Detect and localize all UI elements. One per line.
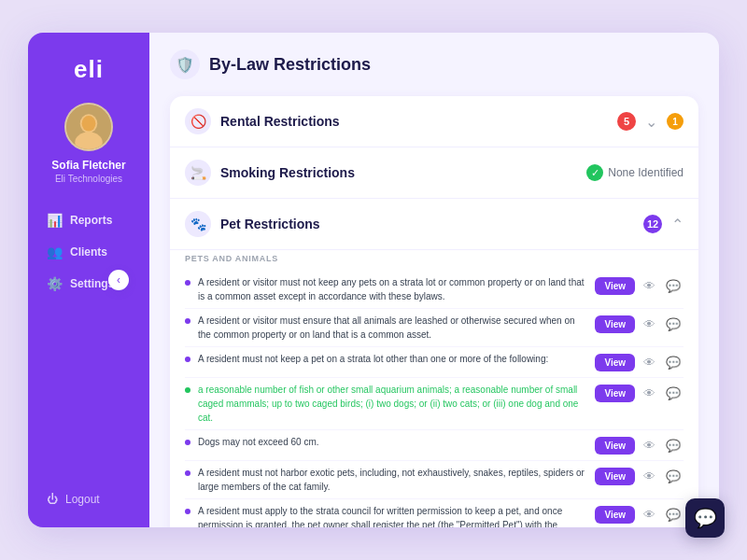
rental-restrictions-title: Rental Restrictions	[220, 114, 608, 129]
rental-icon: 🚫	[185, 108, 211, 134]
comment-icon-2[interactable]: 💬	[663, 352, 684, 372]
view-button-3[interactable]: View	[595, 385, 635, 402]
pet-rule-row: A resident or visitor must not keep any …	[185, 271, 684, 309]
bullet-icon	[185, 318, 190, 324]
comment-icon-3[interactable]: 💬	[663, 383, 684, 403]
bullet-icon	[185, 470, 190, 476]
sidebar: eli Sofia Fletcher Eli Technologies 📊 Re…	[28, 33, 149, 527]
pet-rule-actions: View 👁 💬	[595, 352, 684, 372]
pet-chevron-up-icon: ⌃	[671, 216, 684, 233]
pet-rule-actions: View 👁 💬	[595, 435, 684, 455]
clients-icon: 👥	[47, 245, 63, 259]
pet-rule-actions: View 👁 💬	[595, 314, 684, 334]
view-button-4[interactable]: View	[595, 437, 635, 455]
pet-sub-header: PETS AND ANIMALS	[185, 250, 684, 263]
pet-rule-text: A resident or visitor must ensure that a…	[198, 314, 587, 342]
eye-icon-3[interactable]: 👁	[639, 383, 659, 403]
pet-rule-text: A resident must apply to the strata coun…	[198, 504, 587, 527]
logout-icon: ⏻	[47, 493, 58, 506]
view-button-1[interactable]: View	[595, 315, 635, 333]
pet-icon: 🐾	[185, 211, 211, 237]
pet-rule-actions: View 👁 💬	[595, 383, 684, 403]
svg-point-3	[82, 116, 96, 132]
pet-rule-row: A resident or visitor must ensure that a…	[185, 309, 684, 347]
pet-rule-text: A resident or visitor must not keep any …	[198, 275, 587, 303]
pet-badge: 12	[643, 215, 662, 233]
none-identified-status: ✓ None Identified	[586, 164, 684, 181]
pet-rule-text: A resident must not keep a pet on a stra…	[198, 352, 587, 366]
comment-icon-5[interactable]: 💬	[663, 466, 684, 486]
eye-icon-1[interactable]: 👁	[639, 314, 659, 334]
smoking-restrictions-row[interactable]: 🚬 Smoking Restrictions ✓ None Identified	[170, 147, 698, 199]
sidebar-nav: 📊 Reports 👥 Clients ⚙️ Settings	[28, 206, 149, 486]
sidebar-item-reports-label: Reports	[70, 214, 112, 227]
comment-icon-1[interactable]: 💬	[663, 314, 684, 334]
sidebar-item-reports[interactable]: 📊 Reports	[37, 206, 140, 234]
view-button-0[interactable]: View	[595, 277, 635, 295]
rental-restrictions-row[interactable]: 🚫 Rental Restrictions 5 ⌄ 1	[170, 96, 698, 147]
outer-background: eli Sofia Fletcher Eli Technologies 📊 Re…	[0, 0, 747, 560]
eye-icon-0[interactable]: 👁	[639, 275, 659, 296]
rental-notification-badge: 1	[667, 113, 684, 130]
pet-rule-text: A resident must not harbor exotic pets, …	[198, 466, 587, 494]
main-content: 🛡️ By-Law Restrictions 🚫 Rental Restrict…	[149, 33, 719, 527]
pet-rule-row: a reasonable number of fish or other sma…	[185, 378, 684, 430]
eye-icon-5[interactable]: 👁	[639, 466, 659, 486]
pet-expanded-content: PETS AND ANIMALS A resident or visitor m…	[170, 250, 698, 527]
view-button-2[interactable]: View	[595, 354, 635, 371]
sidebar-item-clients[interactable]: 👥 Clients	[37, 238, 140, 266]
settings-icon: ⚙️	[47, 276, 63, 291]
section-card: 🚫 Rental Restrictions 5 ⌄ 1 🚬 Smoking Re…	[170, 96, 698, 527]
bullet-icon	[185, 280, 190, 286]
app-container: eli Sofia Fletcher Eli Technologies 📊 Re…	[28, 33, 719, 527]
bullet-icon	[185, 357, 190, 362]
comment-icon-0[interactable]: 💬	[663, 275, 684, 296]
check-circle-icon: ✓	[586, 164, 603, 181]
chat-fab-icon: 💬	[694, 507, 717, 529]
rental-chevron-down-icon: ⌄	[645, 113, 657, 131]
sidebar-company: Eli Technologies	[55, 174, 122, 184]
none-identified-label: None Identified	[608, 166, 684, 179]
chat-fab-button[interactable]: 💬	[685, 498, 725, 538]
page-header: 🛡️ By-Law Restrictions	[170, 49, 698, 79]
pet-rule-row: Dogs may not exceed 60 cm. View 👁 💬	[185, 430, 684, 461]
eye-icon-4[interactable]: 👁	[639, 435, 659, 455]
eye-icon-2[interactable]: 👁	[639, 352, 659, 372]
pet-rule-actions: View 👁 💬	[595, 504, 684, 525]
avatar	[64, 103, 113, 151]
pet-rule-actions: View 👁 💬	[595, 275, 684, 296]
pet-restrictions-title: Pet Restrictions	[220, 217, 634, 231]
bullet-icon	[185, 509, 190, 514]
pet-restrictions-row[interactable]: 🐾 Pet Restrictions 12 ⌃	[170, 199, 698, 250]
logout-label: Logout	[65, 493, 100, 506]
pet-rule-row: A resident must not keep a pet on a stra…	[185, 347, 684, 378]
smoking-restrictions-title: Smoking Restrictions	[220, 165, 577, 180]
reports-icon: 📊	[47, 213, 63, 228]
pet-rule-actions: View 👁 💬	[595, 466, 684, 486]
pet-rule-text: Dogs may not exceed 60 cm.	[198, 435, 587, 449]
sidebar-logo: eli	[74, 55, 104, 84]
sidebar-username: Sofia Fletcher	[51, 159, 125, 174]
comment-icon-4[interactable]: 💬	[663, 435, 684, 455]
view-button-5[interactable]: View	[595, 468, 635, 485]
bullet-icon	[185, 387, 190, 393]
comment-icon-6[interactable]: 💬	[663, 504, 684, 525]
sidebar-collapse-button[interactable]: ‹	[108, 270, 129, 290]
shield-icon: 🛡️	[176, 56, 194, 74]
logout-button[interactable]: ⏻ Logout	[37, 486, 140, 512]
pet-rule-text: a reasonable number of fish or other sma…	[198, 383, 587, 425]
eye-icon-6[interactable]: 👁	[639, 504, 659, 525]
view-button-6[interactable]: View	[595, 506, 635, 524]
sidebar-item-clients-label: Clients	[70, 245, 107, 259]
rental-badge: 5	[617, 112, 636, 131]
pet-rule-row: A resident must apply to the strata coun…	[185, 499, 684, 527]
page-title: By-Law Restrictions	[209, 55, 371, 75]
pet-rule-row: A resident must not harbor exotic pets, …	[185, 461, 684, 499]
bullet-icon	[185, 440, 190, 445]
page-header-icon: 🛡️	[170, 49, 200, 79]
smoking-icon: 🚬	[185, 160, 211, 186]
